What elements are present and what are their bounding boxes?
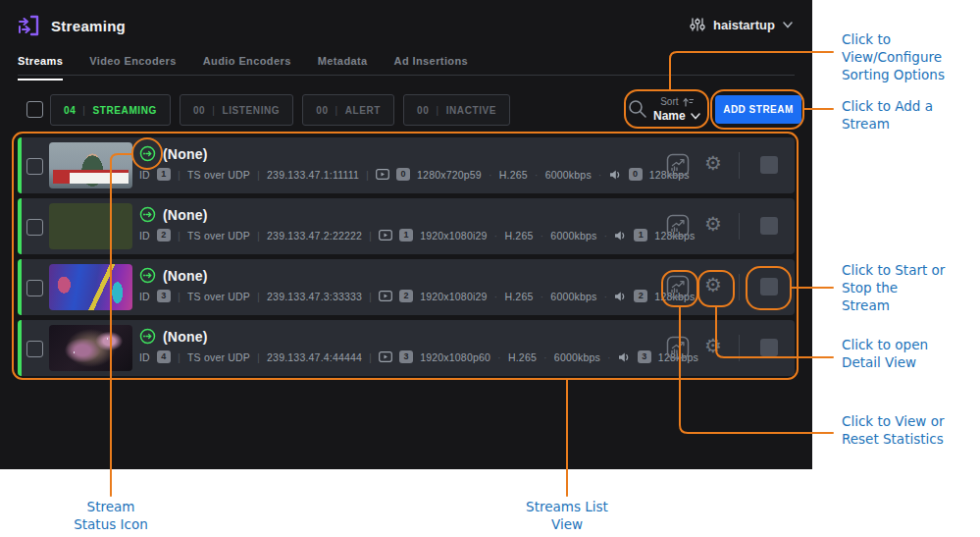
stream-thumbnail-gameshow: [49, 264, 132, 310]
settings-gear-icon[interactable]: ⚙: [704, 151, 722, 175]
stream-status-icon: [139, 328, 156, 345]
select-all-checkbox[interactable]: [26, 101, 43, 118]
id-label: ID: [139, 291, 150, 302]
sort-ascending-icon: [683, 97, 694, 107]
statistics-button[interactable]: [666, 153, 690, 180]
settings-gear-icon[interactable]: ⚙: [704, 212, 722, 236]
user-name: haistartup: [713, 18, 775, 32]
resolution: 1920x1080i29: [420, 291, 487, 302]
stream-row-2[interactable]: (None) ID 2 | TS over UDP | 239.133.47.2…: [18, 198, 795, 254]
tab-video-encoders[interactable]: Video Encoders: [89, 55, 177, 81]
audio-track-badge: 2: [634, 290, 647, 302]
tab-audio-encoders[interactable]: Audio Encoders: [203, 55, 291, 81]
separator: |: [178, 230, 181, 242]
stream-row-3[interactable]: (None) ID 3 | TS over UDP | 239.133.47.3…: [18, 259, 795, 315]
settings-gear-icon[interactable]: ⚙: [704, 334, 722, 357]
stream-status-icon: [139, 145, 156, 162]
audio-track-badge: 1: [634, 229, 647, 242]
video-track-badge: 3: [399, 350, 413, 363]
annotation-label-detail-view: Click to open Detail View: [842, 336, 928, 371]
id-label: ID: [139, 169, 150, 181]
stream-row-1[interactable]: (None) ID 1 | TS over UDP | 239.133.47.1…: [18, 137, 795, 193]
separator: |: [369, 291, 372, 302]
dot-separator: ·: [607, 351, 611, 363]
divider: [739, 152, 740, 179]
dot-separator: ·: [494, 230, 498, 242]
audio-track-icon: [609, 169, 622, 181]
divider: [739, 335, 740, 361]
video-bitrate: 6000kbps: [550, 230, 596, 242]
search-icon[interactable]: [627, 98, 648, 120]
chevron-down-icon: [691, 113, 700, 120]
stop-stream-button[interactable]: [760, 156, 778, 174]
statistics-button[interactable]: [666, 275, 690, 301]
stream-title: (None): [163, 207, 208, 223]
stream-title: (None): [163, 146, 208, 162]
separator: |: [335, 105, 338, 116]
video-track-badge: 2: [399, 290, 413, 302]
annotation-label-statistics: Click to View or Reset Statistics: [842, 412, 944, 448]
streaming-logo-icon: [16, 12, 43, 39]
row-checkbox[interactable]: [26, 158, 43, 175]
separator: |: [257, 230, 260, 242]
row-checkbox[interactable]: [26, 219, 43, 236]
screen: Streaming haistartup Streams Video Encod…: [0, 0, 980, 537]
tab-ad-insertions[interactable]: Ad Insertions: [394, 55, 469, 81]
id-badge: 3: [157, 290, 171, 302]
video-track-badge: 0: [396, 168, 410, 181]
row-status-bar: [18, 137, 22, 193]
separator: |: [436, 105, 438, 116]
stream-status-icon: [139, 267, 156, 284]
add-stream-button[interactable]: ADD STREAM: [715, 95, 801, 124]
tab-streams[interactable]: Streams: [18, 55, 63, 81]
stop-stream-button[interactable]: [760, 339, 778, 356]
separator: |: [178, 169, 181, 181]
stream-address: 239.133.47.2:22222: [267, 230, 362, 242]
row-checkbox[interactable]: [26, 280, 43, 296]
filter-listening[interactable]: 00 | LISTENING: [180, 94, 293, 126]
id-label: ID: [139, 230, 150, 242]
separator: |: [82, 105, 85, 116]
stream-address: 239.133.47.1:11111: [267, 169, 359, 181]
audio-track-icon: [618, 351, 631, 363]
video-bitrate: 6000kbps: [554, 351, 600, 363]
filter-streaming[interactable]: 04 | STREAMING: [50, 94, 171, 126]
video-bitrate: 6000kbps: [550, 291, 596, 302]
filter-count: 04: [64, 105, 76, 116]
separator: |: [366, 169, 369, 181]
divider: [739, 213, 740, 240]
filter-alert[interactable]: 00 | ALERT: [302, 94, 394, 126]
user-menu[interactable]: haistartup: [690, 17, 793, 32]
stream-address: 239.133.47.4:44444: [267, 351, 362, 363]
row-status-bar: [18, 320, 22, 376]
settings-gear-icon[interactable]: ⚙: [704, 273, 722, 296]
stream-title: (None): [163, 268, 208, 284]
statistics-button[interactable]: [666, 214, 690, 241]
stream-title: (None): [163, 329, 208, 345]
dot-separator: ·: [540, 291, 543, 302]
stop-stream-button[interactable]: [760, 217, 778, 235]
protocol: TS over UDP: [187, 351, 250, 363]
filter-count: 00: [417, 105, 429, 116]
audio-track-icon: [614, 291, 627, 302]
filter-count: 00: [193, 105, 205, 116]
resolution: 1920x1080i29: [420, 230, 487, 242]
stream-row-4[interactable]: (None) ID 4 | TS over UDP | 239.133.47.4…: [18, 320, 795, 376]
resolution: 1280x720p59: [417, 169, 482, 181]
filter-inactive[interactable]: 00 | INACTIVE: [403, 94, 510, 126]
separator: |: [178, 291, 181, 302]
tab-metadata[interactable]: Metadata: [318, 55, 368, 81]
sort-dropdown[interactable]: Sort Name: [653, 96, 700, 123]
filter-label: ALERT: [345, 105, 381, 116]
sort-label: Sort: [660, 96, 678, 107]
audio-track-icon: [614, 230, 627, 242]
stream-thumbnail-nebula: [49, 325, 132, 371]
statistics-button[interactable]: [666, 336, 690, 362]
sliders-icon: [690, 17, 705, 32]
stop-stream-button[interactable]: [760, 278, 778, 295]
stream-thumbnail-sports: [49, 203, 132, 249]
id-badge: 2: [157, 229, 171, 242]
tab-bar: Streams Video Encoders Audio Encoders Me…: [18, 55, 468, 81]
row-checkbox[interactable]: [26, 341, 43, 357]
codec: H.265: [499, 169, 528, 181]
